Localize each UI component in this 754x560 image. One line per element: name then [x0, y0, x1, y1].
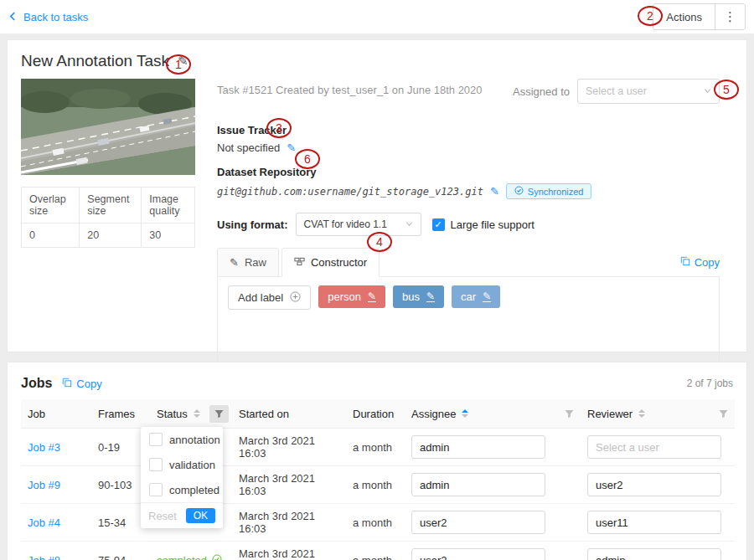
task-right-column: Task #1521 Created by test_user_1 on Jun… — [217, 79, 733, 366]
filter-reset-button[interactable]: Reset — [148, 510, 177, 522]
labels-constructor-panel: Add label person ✎ bus ✎ car — [217, 276, 720, 366]
sort-icons[interactable] — [194, 409, 200, 418]
status-value: completed — [157, 554, 207, 560]
sync-check-icon — [514, 186, 524, 197]
more-menu-icon[interactable]: ⋮ — [715, 4, 745, 29]
col-status-label[interactable]: Status — [157, 408, 188, 420]
job-link[interactable]: Job #3 — [28, 441, 60, 454]
frames-value: 15-34 — [98, 516, 126, 529]
large-file-support-checkbox[interactable]: ✓ — [432, 218, 445, 231]
add-label-button[interactable]: Add label — [228, 285, 311, 310]
page: Back to tasks Actions ⋮ New Annotation T… — [0, 0, 754, 560]
copy-label: Copy — [76, 378, 101, 390]
using-format-label: Using format: — [217, 218, 288, 231]
actions-button[interactable]: Actions — [653, 4, 715, 29]
frames-value: 75-94 — [98, 554, 126, 560]
dataset-repository-label: Dataset Repository — [217, 166, 720, 178]
large-file-support-label: Large file support — [451, 218, 535, 231]
edit-label-icon[interactable]: ✎ — [368, 291, 376, 302]
jobs-card: Jobs Copy 2 of 7 jobs Job Frames — [7, 362, 747, 560]
col-status: Status — [150, 399, 232, 429]
started-value: March 3rd 2021 16:03 — [239, 547, 315, 560]
job-link[interactable]: Job #4 — [28, 516, 60, 529]
status-completed: completed — [157, 554, 225, 560]
reviewer-value: user2 — [596, 479, 623, 491]
jobs-title: Jobs — [21, 376, 52, 391]
annotation-marker-2: 2 — [638, 6, 663, 26]
assignee-input[interactable]: admin — [411, 473, 545, 496]
edit-label-icon[interactable]: ✎ — [483, 291, 491, 302]
job-link[interactable]: Job #9 — [28, 479, 60, 491]
param-value-quality: 30 — [142, 223, 195, 248]
assignee-input[interactable]: admin — [411, 435, 545, 459]
frames-value: 0-19 — [98, 441, 120, 454]
jobs-copy-link[interactable]: Copy — [62, 378, 101, 390]
back-label: Back to tasks — [23, 11, 88, 23]
tab-constructor-label: Constructor — [311, 256, 367, 269]
checkbox-completed[interactable] — [149, 483, 163, 496]
col-reviewer-label[interactable]: Reviewer — [587, 408, 633, 420]
reviewer-input[interactable]: user2 — [587, 473, 721, 496]
check-circle-icon — [212, 554, 222, 560]
reviewer-placeholder: Select a user — [596, 441, 659, 454]
edit-issue-tracker-icon[interactable]: ✎ — [287, 141, 296, 154]
tab-raw-label: Raw — [245, 256, 266, 269]
issue-tracker-value: Not specified — [217, 141, 280, 154]
col-frames: Frames — [91, 399, 150, 429]
format-value: CVAT for video 1.1 — [304, 218, 387, 230]
labels-copy-link[interactable]: Copy — [680, 256, 720, 269]
sort-icons[interactable] — [638, 409, 645, 418]
assignee-input[interactable]: user2 — [411, 511, 545, 534]
filter-ok-button[interactable]: OK — [186, 508, 215, 523]
reviewer-input[interactable]: user11 — [587, 511, 721, 534]
duration-value: a month — [353, 516, 392, 529]
assignee-placeholder: Select a user — [586, 85, 647, 97]
assignee-input[interactable]: user2 — [411, 548, 545, 560]
task-title-row: New Annotation Task ✎ — [21, 52, 733, 70]
started-value: March 3rd 2021 16:03 — [239, 472, 315, 497]
copy-icon — [62, 378, 72, 390]
duration-value: a month — [353, 441, 392, 454]
job-link[interactable]: Job #8 — [28, 554, 60, 560]
task-left-column: Overlap size Segment size Image quality … — [21, 79, 195, 366]
status-filter-dropdown: annotation validation completed Reset OK — [141, 427, 223, 528]
reviewer-input[interactable]: admin — [587, 548, 721, 560]
reviewer-filter-icon[interactable] — [719, 409, 728, 419]
assignee-value: admin — [420, 479, 449, 491]
annotation-marker-3: 3 — [266, 118, 292, 138]
sync-status-badge: Synchronized — [506, 183, 592, 199]
filter-option-label: validation — [169, 459, 215, 471]
checkbox-annotation[interactable] — [149, 433, 163, 446]
assignee-filter-icon[interactable] — [565, 409, 574, 419]
tab-raw[interactable]: ✎ Raw — [217, 248, 279, 277]
sort-icons[interactable] — [462, 409, 468, 418]
back-to-tasks-link[interactable]: Back to tasks — [8, 11, 88, 23]
col-started: Started on — [232, 399, 346, 429]
format-select[interactable]: CVAT for video 1.1 — [296, 213, 421, 236]
label-tag-person[interactable]: person ✎ — [318, 285, 385, 308]
task-meta: Task #1521 Created by test_user_1 on Jun… — [217, 79, 483, 96]
label-name: bus — [402, 290, 420, 303]
filter-option-label: annotation — [169, 434, 220, 446]
jobs-count: 2 of 7 jobs — [687, 378, 733, 389]
edit-label-icon[interactable]: ✎ — [426, 291, 435, 302]
tab-constructor[interactable]: Constructor — [281, 248, 380, 277]
status-filter-icon[interactable] — [209, 405, 229, 423]
label-name: person — [328, 290, 361, 303]
filter-option-annotation[interactable]: annotation — [141, 427, 223, 452]
label-tag-bus[interactable]: bus ✎ — [393, 285, 444, 308]
col-job-label: Job — [28, 408, 45, 420]
assignee-value: admin — [420, 441, 449, 454]
duration-value: a month — [353, 479, 392, 491]
col-assignee-label[interactable]: Assignee — [411, 408, 456, 420]
checkbox-validation[interactable] — [149, 458, 163, 471]
job-row: Job #9 90-103 March 3rd 2021 16:03 a mon… — [21, 466, 735, 504]
col-started-label: Started on — [239, 408, 289, 420]
assignee-select[interactable]: Select a user — [577, 79, 720, 104]
filter-option-validation[interactable]: validation — [141, 452, 223, 477]
filter-option-completed[interactable]: completed — [141, 477, 223, 502]
label-tag-car[interactable]: car ✎ — [452, 285, 500, 308]
reviewer-input[interactable]: Select a user — [587, 435, 721, 459]
param-header-segment: Segment size — [80, 188, 142, 223]
edit-repository-icon[interactable]: ✎ — [490, 185, 499, 198]
